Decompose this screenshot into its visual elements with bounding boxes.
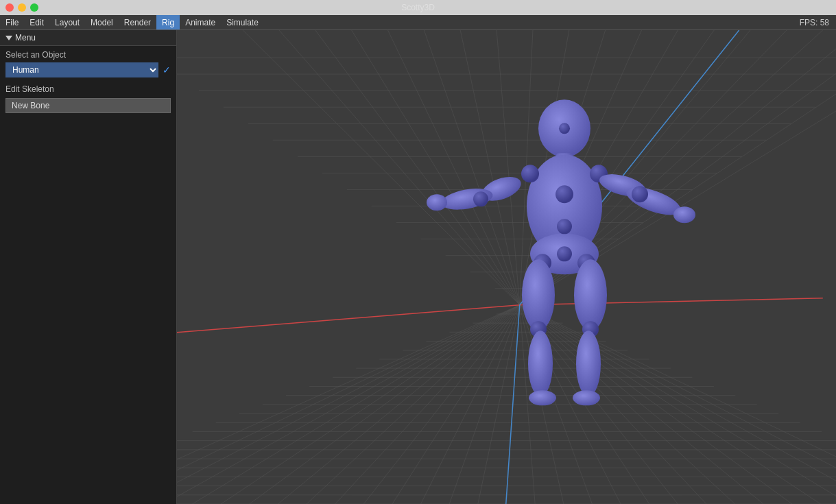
svg-point-20 <box>574 259 607 331</box>
sidebar: Menu Select an Object Human ✓ Edit Skele… <box>0 30 177 504</box>
menu-rig[interactable]: Rig <box>156 15 180 29</box>
svg-point-19 <box>529 390 556 405</box>
menubar: File Edit Layout Model Render Rig Animat… <box>0 15 836 30</box>
maximize-button[interactable] <box>30 3 38 12</box>
viewport[interactable] <box>177 30 836 504</box>
svg-point-11 <box>673 206 695 223</box>
svg-point-7 <box>427 194 447 211</box>
svg-point-18 <box>528 331 553 396</box>
svg-point-24 <box>556 185 573 203</box>
collapse-icon <box>5 36 12 40</box>
menu-animate[interactable]: Animate <box>180 15 221 29</box>
svg-point-27 <box>559 123 570 134</box>
svg-point-3 <box>521 165 539 182</box>
menu-simulate[interactable]: Simulate <box>221 15 264 29</box>
checkmark-icon: ✓ <box>163 64 171 75</box>
menu-model[interactable]: Model <box>85 15 119 29</box>
titlebar: Scotty3D <box>0 0 836 15</box>
object-select[interactable]: Human <box>5 62 158 77</box>
human-figure <box>420 93 708 410</box>
window-controls[interactable] <box>5 3 38 12</box>
minimize-button[interactable] <box>18 3 26 12</box>
menu-label: Menu <box>15 33 36 43</box>
fps-counter: FPS: 58 <box>800 18 836 27</box>
object-select-row: Human ✓ <box>0 61 176 79</box>
svg-point-8 <box>473 191 488 206</box>
svg-point-12 <box>632 186 648 202</box>
menu-file[interactable]: File <box>0 15 24 29</box>
svg-point-23 <box>573 390 600 405</box>
svg-point-22 <box>576 331 601 396</box>
svg-point-26 <box>557 246 572 261</box>
new-bone-button[interactable]: New Bone <box>5 98 171 113</box>
menu-layout[interactable]: Layout <box>49 15 85 29</box>
select-object-label: Select an Object <box>0 46 176 61</box>
edit-skeleton-label: Edit Skeleton <box>0 79 176 97</box>
app-title: Scotty3D <box>401 3 435 12</box>
svg-point-25 <box>557 219 572 234</box>
close-button[interactable] <box>5 3 14 12</box>
svg-point-16 <box>522 259 555 331</box>
menu-edit[interactable]: Edit <box>24 15 49 29</box>
main-layout: Menu Select an Object Human ✓ Edit Skele… <box>0 30 836 504</box>
menu-render[interactable]: Render <box>119 15 156 29</box>
menu-header: Menu <box>0 30 176 46</box>
